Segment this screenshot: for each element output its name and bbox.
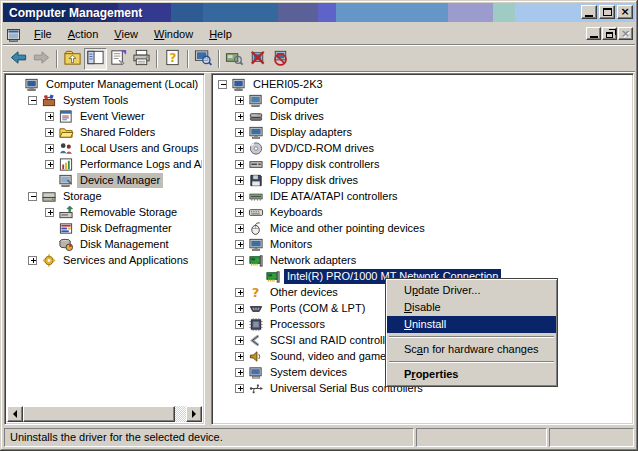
expand-toggle[interactable]: [45, 160, 54, 169]
scrollbar-track[interactable]: [175, 406, 186, 422]
expand-toggle[interactable]: [28, 256, 37, 265]
expand-toggle[interactable]: [235, 240, 244, 249]
minimize-button[interactable]: [581, 5, 597, 19]
expand-toggle[interactable]: [235, 304, 244, 313]
tree-item-label[interactable]: SCSI and RAID controllers: [267, 333, 403, 348]
tree-item-label[interactable]: IDE ATA/ATAPI controllers: [267, 189, 401, 204]
tree-item-label[interactable]: Processors: [267, 317, 328, 332]
close-button[interactable]: ×: [617, 5, 633, 19]
tree-item-label[interactable]: Removable Storage: [77, 205, 180, 220]
console-window-icon[interactable]: [6, 27, 22, 42]
tree-item-label[interactable]: Display adapters: [267, 125, 355, 140]
tree-item-label[interactable]: Shared Folders: [77, 125, 158, 140]
tree-item-label[interactable]: Event Viewer: [77, 109, 148, 124]
tree-item-label[interactable]: Storage: [60, 189, 105, 204]
tree-item-label[interactable]: System devices: [267, 365, 350, 380]
context-menu-item-properties[interactable]: Properties: [387, 366, 556, 383]
expand-toggle[interactable]: [235, 288, 244, 297]
tree-item-label[interactable]: Floppy disk controllers: [267, 157, 382, 172]
tree-item-label[interactable]: CHERI05-2K3: [250, 77, 326, 92]
expand-toggle[interactable]: [235, 336, 244, 345]
context-menu-item-uninstall[interactable]: Uninstall: [387, 316, 556, 333]
tree-item-label[interactable]: Disk drives: [267, 109, 327, 124]
expand-toggle[interactable]: [235, 224, 244, 233]
context-menu-item-scan-for-hardware-changes[interactable]: Scan for hardware changes: [387, 341, 556, 358]
menu-help[interactable]: Help: [201, 26, 240, 43]
show-console-tree-button[interactable]: [84, 48, 107, 70]
expand-toggle[interactable]: [45, 144, 54, 153]
tree-item-label[interactable]: DVD/CD-ROM drives: [267, 141, 377, 156]
collapse-toggle[interactable]: [28, 192, 37, 201]
menu-file[interactable]: File: [26, 26, 60, 43]
expand-toggle[interactable]: [235, 384, 244, 393]
tree-item-label[interactable]: Ports (COM & LPT): [267, 301, 368, 316]
help-button[interactable]: ?: [161, 48, 184, 70]
scrollbar-thumb[interactable]: [23, 406, 175, 422]
ide-ctrl-icon: [248, 189, 264, 204]
mdi-restore-button[interactable]: [602, 27, 617, 40]
title-bar[interactable]: Computer Management ×: [3, 3, 635, 22]
context-menu-item-disable[interactable]: Disable: [387, 299, 556, 316]
maximize-button[interactable]: [599, 5, 615, 19]
console-tree-row: Shared Folders: [7, 124, 202, 140]
expand-toggle[interactable]: [235, 352, 244, 361]
tree-item-label[interactable]: Mice and other pointing devices: [267, 221, 428, 236]
expand-toggle[interactable]: [45, 112, 54, 121]
scan-hardware-button[interactable]: [223, 48, 246, 70]
mdi-minimize-button[interactable]: [586, 27, 601, 40]
tree-item-label[interactable]: Network adapters: [267, 253, 359, 268]
tree-item-label[interactable]: Local Users and Groups: [77, 141, 202, 156]
tree-item-label[interactable]: Disk Management: [77, 237, 172, 252]
print-button[interactable]: [130, 48, 153, 70]
back-arrow-button[interactable]: [7, 48, 30, 70]
menu-view[interactable]: View: [106, 26, 146, 43]
tree-item-label[interactable]: Services and Applications: [60, 253, 191, 268]
expand-toggle[interactable]: [235, 320, 244, 329]
expand-toggle[interactable]: [235, 192, 244, 201]
tree-item-label[interactable]: Computer Management (Local): [43, 77, 201, 92]
expand-toggle[interactable]: [235, 208, 244, 217]
horizontal-scrollbar[interactable]: [7, 406, 202, 422]
disable-device-button[interactable]: [246, 48, 269, 70]
menu-window[interactable]: Window: [146, 26, 201, 43]
tree-item-label[interactable]: Disk Defragmenter: [77, 221, 175, 236]
tree-item-label[interactable]: Monitors: [267, 237, 315, 252]
device-tree-row: Disk drives: [214, 108, 631, 124]
mdi-close-button[interactable]: ×: [618, 27, 633, 40]
menu-action[interactable]: Action: [60, 26, 107, 43]
tree-item-label[interactable]: Other devices: [267, 285, 341, 300]
mdi-window-controls: ×: [586, 27, 633, 40]
tree-item-label[interactable]: System Tools: [60, 93, 131, 108]
uninstall-device-button[interactable]: [269, 48, 292, 70]
network-adapter-icon: [248, 253, 264, 268]
collapse-toggle[interactable]: [28, 96, 37, 105]
scroll-left-button[interactable]: [7, 406, 23, 422]
collapse-toggle[interactable]: [235, 256, 244, 265]
device-tree-row: IDE ATA/ATAPI controllers: [214, 188, 631, 204]
expand-toggle[interactable]: [235, 112, 244, 121]
collapse-toggle[interactable]: [218, 80, 227, 89]
tree-item-label[interactable]: Performance Logs and Alerts: [77, 157, 202, 172]
properties-button[interactable]: [107, 48, 130, 70]
tree-item-label[interactable]: Device Manager: [77, 173, 163, 188]
expand-toggle[interactable]: [45, 128, 54, 137]
expand-toggle[interactable]: [235, 160, 244, 169]
context-menu-item-update-driver[interactable]: Update Driver...: [387, 282, 556, 299]
computer-icon: [24, 77, 40, 92]
uninstall-device-icon: [271, 48, 290, 69]
expand-toggle[interactable]: [235, 144, 244, 153]
scroll-right-button[interactable]: [186, 406, 202, 422]
expand-toggle[interactable]: [235, 368, 244, 377]
expand-toggle[interactable]: [45, 208, 54, 217]
expand-toggle[interactable]: [235, 128, 244, 137]
tree-item-label[interactable]: Keyboards: [267, 205, 326, 220]
shared-folders-icon: [58, 125, 74, 140]
expand-toggle[interactable]: [235, 176, 244, 185]
up-one-level-button[interactable]: [61, 48, 84, 70]
forward-arrow-button[interactable]: [30, 48, 53, 70]
device-view-button[interactable]: [192, 48, 215, 70]
expand-toggle[interactable]: [235, 96, 244, 105]
scroll-right-icon: [192, 410, 200, 418]
tree-item-label[interactable]: Floppy disk drives: [267, 173, 361, 188]
tree-item-label[interactable]: Computer: [267, 93, 321, 108]
